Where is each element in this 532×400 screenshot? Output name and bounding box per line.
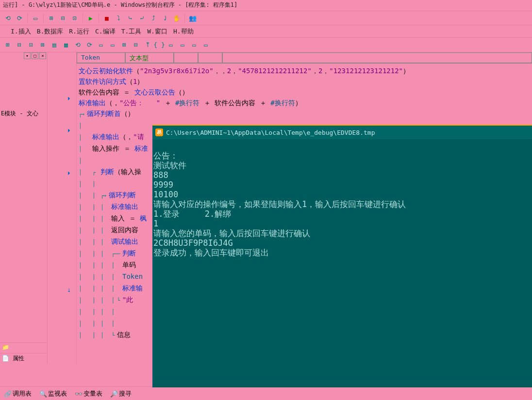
t2-8[interactable]: ⟳	[83, 39, 95, 51]
redo-btn[interactable]: ⟳	[14, 12, 25, 24]
gutter-mark-1[interactable]: ⏵	[48, 96, 76, 106]
console-output: 公告： 测试软件 888 9999 10100 请输入对应的操作编号，如果登陆则…	[152, 139, 532, 269]
t2-18[interactable]: ▭	[200, 39, 212, 51]
sidepanel-pin[interactable]: □	[32, 52, 38, 59]
debug-2[interactable]: ⤷	[124, 12, 136, 24]
t2-5[interactable]: ▤	[49, 39, 60, 51]
t2-14[interactable]: { }	[153, 39, 165, 51]
console-icon: 易	[155, 128, 163, 136]
split-2[interactable]: ⊟	[57, 12, 69, 24]
calltable-icon: 🔗	[4, 390, 11, 397]
t2-6[interactable]: ▦	[60, 39, 72, 51]
split-3[interactable]: ⊡	[69, 12, 81, 24]
console-path: C:\Users\ADMINI~1\AppData\Local\Temp\e_d…	[166, 129, 375, 136]
debug-4[interactable]: ⤴	[148, 12, 159, 24]
menu-tools[interactable]: T.工具	[121, 27, 142, 36]
menu-window[interactable]: W.窗口	[147, 27, 167, 36]
hand-icon[interactable]: ✋	[171, 12, 183, 24]
users-icon[interactable]: 👥	[187, 12, 199, 24]
t2-2[interactable]: ⊟	[14, 39, 25, 51]
bottom-tabs: 🔗调用表 🔍监视表 👓变量表 🔎搜寻	[0, 386, 532, 400]
watch-icon: 🔍	[39, 390, 46, 397]
t2-4[interactable]: ⊠	[37, 39, 49, 51]
t2-3[interactable]: ⊡	[25, 39, 37, 51]
undo-btn[interactable]: ⟲	[2, 12, 14, 24]
menu-database[interactable]: B.数据库	[37, 27, 64, 36]
t2-9[interactable]: ▭	[95, 39, 107, 51]
sidepanel: ▾ □ × E模块 - 文心 📁 📄 属性	[0, 52, 48, 364]
t2-15[interactable]: ▭	[165, 39, 177, 51]
sidepanel-row-1[interactable]: 📁	[0, 342, 47, 353]
header-c5	[222, 52, 532, 63]
toolbar-edit: ⊞ ⊟ ⊡ ⊠ ▤ ▦ ⟲ ⟳ ▭ ▭ ⊞ ⊟ ⤒ { } ▭ ▭ ▭ ▭	[0, 38, 532, 52]
toolbar-main: ⟲ ⟳ ▭ ⊞ ⊟ ⊡ ▶ ■ ⤵ ⤷ ⤶ ⤴ ⤸ ✋ 👥	[0, 11, 532, 25]
header-c3	[174, 52, 198, 63]
tab-watch[interactable]: 🔍监视表	[35, 387, 71, 400]
titlebar: 运行] - G:\wlyz\1新验证\CMD单码.e - Windows控制台程…	[0, 0, 532, 11]
header-c4	[198, 52, 222, 63]
sidepanel-minimize[interactable]: ▾	[24, 52, 31, 59]
t2-17[interactable]: ▭	[188, 39, 200, 51]
t2-12[interactable]: ⊟	[130, 39, 142, 51]
run-btn[interactable]: ▶	[85, 12, 97, 24]
debug-5[interactable]: ⤸	[159, 12, 171, 24]
variables-icon: 👓	[75, 390, 82, 397]
gutter-mark-4[interactable]: ⤓	[48, 288, 76, 298]
tab-calltable[interactable]: 🔗调用表	[0, 387, 35, 400]
menu-insert[interactable]: I.插入	[11, 27, 31, 36]
menu-run[interactable]: R.运行	[69, 27, 89, 36]
tab-variables[interactable]: 👓变量表	[71, 387, 106, 400]
gutter-mark-3[interactable]: ⏵	[48, 170, 76, 181]
t2-13[interactable]: ⤒	[142, 39, 153, 51]
console-window[interactable]: 易 C:\Users\ADMINI~1\AppData\Local\Temp\e…	[152, 125, 532, 387]
debug-1[interactable]: ⤵	[113, 12, 124, 24]
header-token: Token	[77, 52, 125, 63]
t2-10[interactable]: ▭	[107, 39, 118, 51]
sidepanel-title: E模块 - 文心	[0, 61, 47, 119]
console-titlebar[interactable]: 易 C:\Users\ADMINI~1\AppData\Local\Temp\e…	[152, 126, 532, 139]
menubar: I.插入 B.数据库 R.运行 C.编译 T.工具 W.窗口 H.帮助	[0, 25, 532, 38]
sidepanel-close[interactable]: ×	[39, 52, 46, 59]
menu-compile[interactable]: C.编译	[95, 27, 116, 36]
window-btn[interactable]: ▭	[30, 12, 41, 24]
menu-help[interactable]: H.帮助	[173, 27, 194, 36]
t2-16[interactable]: ▭	[177, 39, 188, 51]
split-1[interactable]: ⊞	[46, 12, 57, 24]
sidepanel-row-prop[interactable]: 📄 属性	[0, 353, 47, 364]
tab-search[interactable]: 🔎搜寻	[106, 387, 135, 400]
editor-header: Token 文本型	[77, 52, 532, 64]
t2-11[interactable]: ⊞	[118, 39, 130, 51]
debug-3[interactable]: ⤶	[136, 12, 148, 24]
t2-7[interactable]: ⟲	[72, 39, 83, 51]
header-type: 文本型	[125, 52, 174, 63]
t2-1[interactable]: ⊞	[2, 39, 14, 51]
stop-btn[interactable]: ■	[101, 12, 113, 24]
gutter: ⏵ ⏵ ⏵ ⤓	[48, 52, 77, 364]
gutter-mark-2[interactable]: ⏵	[48, 128, 76, 138]
search-icon: 🔎	[110, 390, 117, 397]
